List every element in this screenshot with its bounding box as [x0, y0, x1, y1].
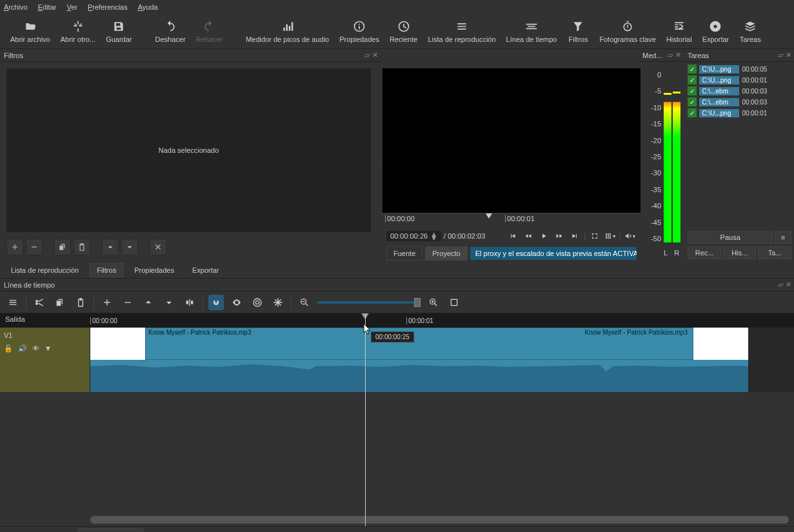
tasks-menu-button[interactable]: ≡ — [775, 231, 791, 244]
player-ruler[interactable]: 00:00:00 00:00:01 — [382, 213, 640, 227]
clip-blank[interactable] — [90, 328, 145, 360]
tab-properties[interactable]: Propiedades — [127, 263, 181, 277]
undock-icon[interactable]: ▱ — [778, 51, 783, 59]
menu-editar[interactable]: Editar — [38, 3, 57, 11]
track-body[interactable]: Know Myself - Patrick Patrikios.mp3 Know… — [90, 328, 794, 392]
close-icon[interactable]: ✕ — [372, 51, 378, 59]
save-button[interactable]: Guardar — [101, 17, 137, 46]
tasks-button[interactable]: Tareas — [734, 17, 766, 46]
task-row[interactable]: ✓ C:\...ebm 00:00:03 — [688, 86, 791, 95]
task-row[interactable]: ✓ C:\U...png 00:00:01 — [688, 75, 791, 84]
redo-button[interactable]: Rehacer — [191, 17, 228, 46]
task-row[interactable]: ✓ C:\...ebm 00:00:03 — [688, 97, 791, 106]
video-preview[interactable] — [382, 68, 640, 213]
scrub-button[interactable] — [229, 295, 244, 310]
zoom-slider[interactable] — [317, 301, 421, 304]
recent-button[interactable]: Reciente — [384, 17, 422, 46]
task-row[interactable]: ✓ C:\U...png 00:00:01 — [688, 108, 791, 117]
audio-meter-button[interactable]: Medidor de picos de audio — [241, 17, 334, 46]
clip-blank[interactable] — [693, 328, 748, 360]
menu-archivo[interactable]: AArchivorchivo — [4, 3, 28, 11]
lift-button[interactable] — [141, 295, 156, 310]
overwrite-button[interactable] — [161, 295, 177, 310]
menu-ver[interactable]: Ver — [66, 3, 77, 11]
move-up-button[interactable] — [102, 239, 119, 255]
ripple-button[interactable] — [250, 295, 265, 310]
task-row[interactable]: ✓ C:\U...png 00:00:05 — [688, 64, 791, 74]
rec-button[interactable]: Rec... — [688, 246, 721, 259]
split-button[interactable] — [182, 295, 197, 310]
horizontal-scrollbar[interactable] — [90, 516, 789, 524]
skip-start-button[interactable] — [506, 230, 519, 242]
cut-button[interactable] — [32, 295, 47, 310]
paste-button[interactable] — [73, 295, 88, 310]
source-tab[interactable]: Fuente — [386, 246, 422, 261]
forward-button[interactable] — [553, 230, 566, 242]
menu-preferencias[interactable]: Preferencias — [88, 3, 128, 11]
undock-icon[interactable]: ▱ — [364, 51, 370, 59]
zoom-fit-button[interactable] — [446, 295, 462, 310]
tab-filters[interactable]: Filtros — [90, 263, 123, 277]
open-other-button[interactable]: Abrir otro... — [55, 17, 101, 46]
splitter[interactable]: ⋮ — [377, 62, 382, 262]
close-icon[interactable]: ✕ — [786, 281, 791, 289]
scrollbar-thumb[interactable] — [90, 516, 789, 524]
ruler-tick: 00:00:01 — [406, 317, 433, 324]
grid-button[interactable]: ▼ — [604, 230, 617, 242]
play-button[interactable] — [537, 230, 550, 242]
filter-icon[interactable]: ▼ — [45, 344, 52, 353]
track-header[interactable]: V1 🔓 🔊 👁 ▼ — [0, 328, 90, 392]
tasks-panel: ✓ C:\U...png 00:00:05 ✓ C:\U...png 00:00… — [685, 62, 794, 262]
tab-timeline[interactable]: Línea de tiempo — [78, 528, 143, 533]
undo-button[interactable]: Deshacer — [150, 17, 191, 46]
ta-button[interactable]: Ta... — [758, 246, 791, 259]
undock-icon[interactable]: ▱ — [668, 51, 673, 59]
menu-ayuda[interactable]: Ayuda — [138, 3, 158, 11]
copy-button[interactable] — [52, 295, 68, 310]
timeline-menu-button[interactable] — [5, 295, 21, 310]
export-button[interactable]: Exportar — [697, 17, 735, 46]
zoom-in-button[interactable] — [426, 295, 441, 310]
remove-button[interactable] — [120, 295, 135, 310]
open-file-button[interactable]: Abrir archivo — [5, 17, 55, 46]
copy-button[interactable] — [54, 239, 71, 255]
filters-button[interactable]: Filtros — [562, 17, 594, 46]
playhead-marker[interactable] — [486, 213, 492, 219]
playlist-button[interactable]: Lista de reproducción — [422, 17, 501, 46]
close-icon[interactable]: ✕ — [786, 51, 791, 59]
skip-end-button[interactable] — [568, 230, 581, 242]
properties-button[interactable]: Propiedades — [334, 17, 384, 46]
proxy-status-banner[interactable]: El proxy y el escalado de vista previa e… — [470, 247, 637, 260]
ripple-all-button[interactable] — [270, 295, 286, 310]
keyframes-button[interactable]: Fotogramas clave — [594, 17, 660, 46]
history-button[interactable]: Historial — [661, 17, 697, 46]
project-tab[interactable]: Proyecto — [425, 246, 467, 261]
visibility-icon[interactable]: 👁 — [32, 344, 39, 353]
pause-button[interactable]: Pausa — [688, 231, 773, 244]
timeline-button[interactable]: Línea de tiempo — [501, 17, 562, 46]
add-filter-button[interactable] — [6, 239, 23, 255]
snap-button[interactable] — [208, 295, 224, 310]
timeline-ruler[interactable]: Salida 00:00:00 00:00:01 — [0, 313, 794, 328]
close-icon[interactable]: ✕ — [675, 51, 681, 59]
slider-thumb[interactable] — [414, 298, 421, 307]
tab-playlist[interactable]: Lista de reproducción — [4, 263, 86, 277]
mute-icon[interactable]: 🔊 — [18, 344, 27, 353]
playhead-line[interactable] — [365, 313, 366, 526]
zoom-out-button[interactable] — [297, 295, 312, 310]
his-button[interactable]: His... — [723, 246, 757, 259]
rewind-button[interactable] — [522, 230, 535, 242]
paste-button[interactable] — [74, 239, 90, 255]
move-down-button[interactable] — [121, 239, 138, 255]
tab-keyframes[interactable]: Fotogramas clave — [4, 528, 74, 533]
tab-export[interactable]: Exportar — [185, 263, 226, 277]
clip-audio[interactable]: Know Myself - Patrick Patrikios.mp3 Know… — [145, 328, 693, 360]
remove-filter-button[interactable] — [26, 239, 43, 255]
volume-button[interactable]: ▼ — [624, 230, 637, 242]
current-time-input[interactable]: 00:00:00:26 ▲▼ — [386, 231, 441, 241]
undock-icon[interactable]: ▱ — [778, 281, 783, 289]
deselect-button[interactable] — [150, 239, 166, 255]
zoom-fit-button[interactable] — [588, 230, 601, 242]
lock-icon[interactable]: 🔓 — [4, 344, 13, 353]
append-button[interactable] — [99, 295, 115, 310]
